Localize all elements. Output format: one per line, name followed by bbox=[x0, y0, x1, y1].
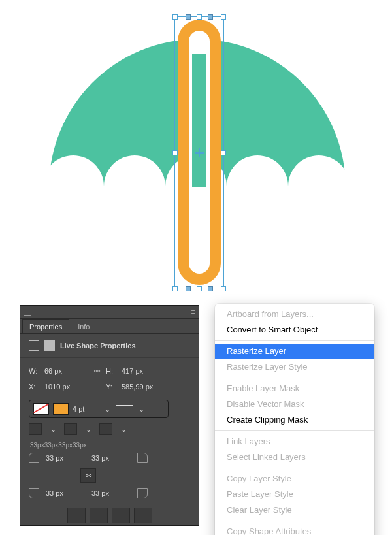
menu-item: Select Linked Layers bbox=[215, 449, 374, 465]
live-shape-fill-icon bbox=[44, 340, 55, 351]
document-canvas[interactable] bbox=[20, 0, 372, 300]
stroke-join-dropdown[interactable] bbox=[99, 423, 112, 435]
stroke-align-dropdown[interactable] bbox=[29, 423, 42, 435]
close-panel-icon[interactable] bbox=[24, 308, 31, 316]
corner-br-icon bbox=[137, 488, 148, 498]
radii-summary: 33px33px33px33px bbox=[30, 442, 190, 449]
transform-center-icon bbox=[195, 148, 204, 157]
radius-br-field[interactable]: 33 px bbox=[91, 489, 131, 497]
properties-panel: ≡ Properties Info Live Shape Properties … bbox=[20, 305, 199, 526]
x-field[interactable]: 1010 px bbox=[44, 383, 88, 391]
fill-swatch[interactable] bbox=[33, 403, 49, 415]
corner-bl-icon bbox=[29, 488, 39, 498]
radius-tl-field[interactable]: 33 px bbox=[46, 454, 85, 462]
menu-item: Disable Vector Mask bbox=[215, 397, 374, 412]
link-size-icon[interactable]: ⚯ bbox=[91, 367, 102, 376]
transform-handle[interactable] bbox=[221, 14, 226, 20]
transform-handle[interactable] bbox=[172, 286, 178, 291]
menu-item: Paste Layer Style bbox=[215, 487, 374, 502]
menu-separator bbox=[215, 468, 374, 468]
live-shape-outline-icon bbox=[29, 340, 39, 351]
menu-item[interactable]: Create Clipping Mask bbox=[215, 412, 374, 428]
path-exclude-button[interactable] bbox=[134, 508, 152, 523]
transform-handle[interactable] bbox=[197, 286, 202, 291]
menu-item: Artboard from Layers... bbox=[215, 306, 374, 322]
chevron-down-icon[interactable]: ⌄ bbox=[48, 425, 57, 434]
transform-handle[interactable] bbox=[197, 14, 202, 20]
height-label: H: bbox=[106, 367, 118, 375]
radius-bl-field[interactable]: 33 px bbox=[46, 489, 85, 497]
transform-handle[interactable] bbox=[221, 286, 226, 291]
chevron-down-icon[interactable]: ⌄ bbox=[84, 425, 93, 434]
height-field[interactable]: 417 px bbox=[122, 367, 165, 375]
menu-item: Enable Layer Mask bbox=[215, 381, 374, 397]
x-label: X: bbox=[29, 383, 41, 391]
link-radii-button[interactable]: ⚯ bbox=[80, 468, 96, 483]
menu-item: Copy Layer Style bbox=[215, 471, 374, 487]
width-label: W: bbox=[29, 367, 41, 375]
y-label: Y: bbox=[106, 383, 118, 391]
transform-handle[interactable] bbox=[172, 14, 178, 20]
transform-handle[interactable] bbox=[221, 150, 226, 155]
tab-properties[interactable]: Properties bbox=[22, 319, 69, 333]
corner-radius-handle[interactable] bbox=[208, 14, 213, 20]
menu-separator bbox=[215, 340, 374, 341]
width-field[interactable]: 66 px bbox=[44, 367, 88, 375]
corner-radius-handle[interactable] bbox=[208, 286, 213, 291]
path-intersect-button[interactable] bbox=[112, 508, 130, 523]
corner-tl-icon bbox=[29, 453, 39, 463]
radius-tr-field[interactable]: 33 px bbox=[91, 454, 131, 462]
stroke-cap-dropdown[interactable] bbox=[64, 423, 77, 435]
menu-item: Rasterize Layer Style bbox=[215, 359, 374, 375]
menu-item: Clear Layer Style bbox=[215, 502, 374, 518]
menu-separator bbox=[215, 430, 374, 431]
y-field[interactable]: 585,99 px bbox=[122, 383, 165, 391]
menu-item-rasterize-layer[interactable]: Rasterize Layer bbox=[215, 344, 374, 359]
menu-item[interactable]: Convert to Smart Object bbox=[215, 322, 374, 338]
path-subtract-button[interactable] bbox=[90, 508, 108, 523]
menu-separator bbox=[215, 378, 374, 378]
chevron-down-icon[interactable]: ⌄ bbox=[119, 425, 128, 434]
path-unite-button[interactable] bbox=[67, 508, 86, 523]
section-title: Live Shape Properties bbox=[60, 342, 136, 349]
menu-separator bbox=[215, 521, 374, 521]
chevron-down-icon[interactable]: ⌄ bbox=[103, 405, 112, 413]
stroke-weight-field[interactable]: 4 pt bbox=[73, 405, 99, 413]
corner-radius-handle[interactable] bbox=[186, 14, 191, 20]
corner-radius-handle[interactable] bbox=[186, 286, 191, 291]
corner-tr-icon bbox=[137, 453, 148, 463]
stroke-swatch[interactable] bbox=[53, 403, 69, 415]
selected-shape[interactable] bbox=[174, 16, 224, 289]
panel-menu-icon[interactable]: ≡ bbox=[191, 308, 195, 316]
stroke-style-dropdown[interactable] bbox=[116, 405, 133, 413]
transform-bounds[interactable] bbox=[174, 16, 224, 289]
menu-item: Link Layers bbox=[215, 434, 374, 449]
tab-info[interactable]: Info bbox=[71, 319, 97, 333]
transform-handle[interactable] bbox=[172, 150, 178, 155]
layer-context-menu: Artboard from Layers... Convert to Smart… bbox=[215, 304, 374, 535]
chevron-down-icon[interactable]: ⌄ bbox=[137, 405, 146, 413]
